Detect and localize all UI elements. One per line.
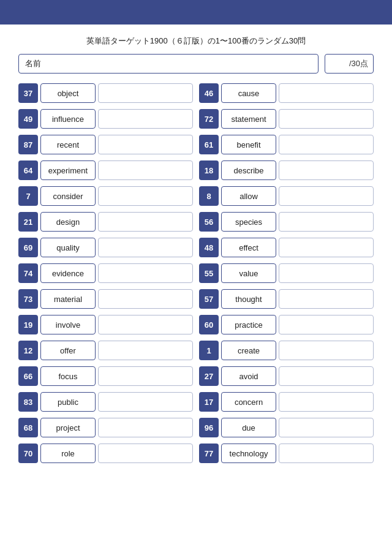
score-box: /30点 <box>325 54 374 74</box>
answer-input[interactable] <box>279 263 374 283</box>
answer-input[interactable] <box>279 135 374 154</box>
word-cell: technology <box>221 444 276 463</box>
word-cell: statement <box>221 109 276 129</box>
word-row: 18describe <box>199 159 374 181</box>
word-cell: design <box>40 212 96 232</box>
num-badge: 61 <box>199 135 219 154</box>
word-cell: effect <box>221 238 276 257</box>
word-cell: public <box>40 392 96 412</box>
word-row: 68project <box>18 417 193 439</box>
name-score-row: 名前 /30点 <box>18 54 374 74</box>
word-row: 49influence <box>18 108 193 130</box>
num-badge: 7 <box>18 186 38 206</box>
word-row: 48effect <box>199 236 374 259</box>
answer-input[interactable] <box>279 160 374 180</box>
num-badge: 74 <box>18 263 38 283</box>
num-badge: 68 <box>18 418 38 437</box>
word-cell: describe <box>221 160 276 180</box>
page-title: 英単語ターゲット1900（６訂版）の1〜100番のランダム30問 <box>0 36 392 47</box>
answer-input[interactable] <box>279 289 374 309</box>
word-cell: evidence <box>40 263 96 283</box>
word-cell: role <box>40 444 96 463</box>
name-field-box: 名前 <box>18 54 318 74</box>
word-cell: allow <box>221 186 276 206</box>
word-cell: recent <box>40 135 96 154</box>
word-row: 57thought <box>199 288 374 310</box>
word-grid: 37object49influence87recent64experiment7… <box>0 82 392 468</box>
word-cell: offer <box>40 341 96 360</box>
num-badge: 1 <box>199 341 219 360</box>
word-row: 64experiment <box>18 159 193 181</box>
name-label: 名前 <box>25 58 41 69</box>
answer-input[interactable] <box>98 315 193 334</box>
answer-input[interactable] <box>98 186 193 206</box>
num-badge: 37 <box>18 83 38 103</box>
answer-input[interactable] <box>98 238 193 257</box>
num-badge: 64 <box>18 160 38 180</box>
word-row: 60practice <box>199 314 374 336</box>
word-row: 66focus <box>18 365 193 387</box>
word-cell: experiment <box>40 160 96 180</box>
answer-input[interactable] <box>98 418 193 437</box>
word-cell: concern <box>221 392 276 412</box>
num-badge: 57 <box>199 289 219 309</box>
num-badge: 60 <box>199 315 219 334</box>
answer-input[interactable] <box>98 109 193 129</box>
word-cell: species <box>221 212 276 232</box>
answer-input[interactable] <box>279 366 374 386</box>
answer-input[interactable] <box>98 83 193 103</box>
answer-input[interactable] <box>98 341 193 360</box>
word-cell: project <box>40 418 96 437</box>
answer-input[interactable] <box>279 238 374 257</box>
word-cell: due <box>221 418 276 437</box>
word-row: 46cause <box>199 82 374 104</box>
word-cell: influence <box>40 109 96 129</box>
score-label: /30点 <box>349 58 368 69</box>
word-row: 19involve <box>18 314 193 336</box>
num-badge: 55 <box>199 263 219 283</box>
answer-input[interactable] <box>279 315 374 334</box>
word-row: 70role <box>18 442 193 464</box>
right-column: 46cause72statement61benefit18describe8al… <box>199 82 374 468</box>
answer-input[interactable] <box>279 212 374 232</box>
num-badge: 72 <box>199 109 219 129</box>
word-row: 1create <box>199 339 374 361</box>
num-badge: 87 <box>18 135 38 154</box>
answer-input[interactable] <box>279 341 374 360</box>
num-badge: 69 <box>18 238 38 257</box>
num-badge: 27 <box>199 366 219 386</box>
word-row: 56species <box>199 211 374 233</box>
word-row: 83public <box>18 391 193 413</box>
word-row: 96due <box>199 417 374 439</box>
word-row: 69quality <box>18 236 193 259</box>
num-badge: 77 <box>199 444 219 463</box>
word-cell: focus <box>40 366 96 386</box>
answer-input[interactable] <box>98 289 193 309</box>
num-badge: 46 <box>199 83 219 103</box>
num-badge: 21 <box>18 212 38 232</box>
answer-input[interactable] <box>98 263 193 283</box>
answer-input[interactable] <box>98 392 193 412</box>
answer-input[interactable] <box>279 186 374 206</box>
left-column: 37object49influence87recent64experiment7… <box>18 82 193 468</box>
word-cell: benefit <box>221 135 276 154</box>
answer-input[interactable] <box>279 109 374 129</box>
answer-input[interactable] <box>98 135 193 154</box>
num-badge: 18 <box>199 160 219 180</box>
answer-input[interactable] <box>98 212 193 232</box>
answer-input[interactable] <box>279 418 374 437</box>
answer-input[interactable] <box>98 160 193 180</box>
num-badge: 73 <box>18 289 38 309</box>
answer-input[interactable] <box>279 444 374 463</box>
answer-input[interactable] <box>98 366 193 386</box>
num-badge: 66 <box>18 366 38 386</box>
word-row: 17concern <box>199 391 374 413</box>
answer-input[interactable] <box>279 392 374 412</box>
word-cell: cause <box>221 83 276 103</box>
answer-input[interactable] <box>279 83 374 103</box>
num-badge: 49 <box>18 109 38 129</box>
word-row: 37object <box>18 82 193 104</box>
answer-input[interactable] <box>98 444 193 463</box>
num-badge: 56 <box>199 212 219 232</box>
page: 英単語ターゲット1900（６訂版）の1〜100番のランダム30問 名前 /30点… <box>0 0 392 555</box>
